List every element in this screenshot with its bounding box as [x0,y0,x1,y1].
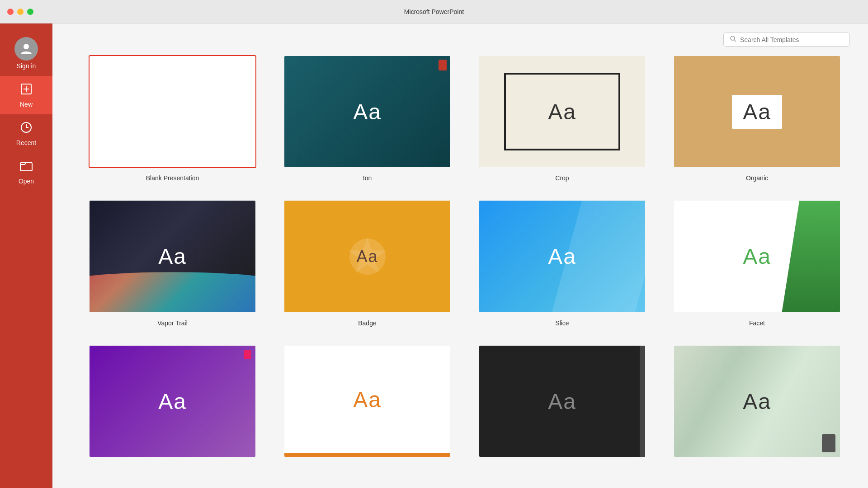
template-vapor-trail[interactable]: Aa Vapor Trail [89,200,256,326]
template-name-organic: Organic [746,174,768,182]
white-orange-aa-text: Aa [353,387,382,412]
search-bar [723,33,850,47]
purple-aa-text: Aa [158,389,187,414]
titlebar: Microsoft PowerPoint [0,0,868,23]
svg-line-7 [734,40,736,42]
template-name-blank: Blank Presentation [146,174,199,182]
open-label: Open [19,178,34,185]
search-input[interactable] [740,36,843,43]
template-thumb-badge: Aa [283,200,451,313]
close-button[interactable] [7,9,14,15]
new-icon [19,82,33,98]
sidebar-item-signin[interactable]: Sign in [14,31,38,76]
template-organic[interactable]: Aa Organic [673,55,841,182]
avatar [14,37,38,61]
template-badge[interactable]: Aa Badge [283,200,451,326]
template-dark[interactable]: Aa [478,345,646,458]
template-white-orange[interactable]: Aa [283,345,451,458]
sidebar-item-open[interactable]: Open [0,153,52,191]
template-name-ion: Ion [363,174,372,182]
template-nature[interactable]: Aa [673,345,841,458]
template-name-badge: Badge [358,319,376,327]
ion-aa-text: Aa [353,99,382,124]
facet-aa-text: Aa [743,244,771,269]
recent-icon [19,121,33,136]
template-thumb-white-orange: Aa [283,345,451,458]
template-thumb-organic: Aa [673,55,841,168]
template-thumb-blank [89,55,256,168]
dark-aa-text: Aa [548,389,576,414]
search-icon [730,36,736,43]
svg-rect-5 [20,163,32,171]
template-thumb-nature: Aa [673,345,841,458]
svg-point-6 [731,36,735,40]
template-facet[interactable]: Aa Facet [673,200,841,326]
template-ion[interactable]: Aa Ion [283,55,451,182]
content-area: Blank Presentation Aa Ion Aa [52,23,868,488]
sidebar-item-new[interactable]: New [0,76,52,114]
maximize-button[interactable] [27,9,33,15]
new-label: New [20,101,33,108]
main-layout: Sign in New Recent [0,23,868,488]
slice-aa-text: Aa [548,244,576,269]
nature-aa-text: Aa [743,389,771,414]
template-thumb-vapor: Aa [89,200,256,313]
sidebar-item-recent[interactable]: Recent [0,114,52,153]
badge-aa-text: Aa [356,247,378,266]
organic-aa-text: Aa [743,100,771,124]
template-name-crop: Crop [555,174,569,182]
template-name-vapor: Vapor Trail [157,319,188,327]
template-thumb-crop: Aa [478,55,646,168]
window-controls [7,9,33,15]
template-purple[interactable]: Aa [89,345,256,458]
template-thumb-dark: Aa [478,345,646,458]
search-bar-wrapper [723,33,850,47]
crop-aa-text: Aa [548,99,576,124]
window-title: Microsoft PowerPoint [404,8,464,15]
template-thumb-slice: Aa [478,200,646,313]
template-blank[interactable]: Blank Presentation [89,55,256,182]
open-icon [19,159,33,175]
svg-point-0 [24,44,29,49]
sidebar: Sign in New Recent [0,23,52,488]
recent-label: Recent [16,139,36,146]
minimize-button[interactable] [17,9,24,15]
template-thumb-ion: Aa [283,55,451,168]
templates-grid: Blank Presentation Aa Ion Aa [89,55,841,458]
template-name-slice: Slice [555,319,569,327]
template-crop[interactable]: Aa Crop [478,55,646,182]
template-thumb-purple: Aa [89,345,256,458]
template-slice[interactable]: Aa Slice [478,200,646,326]
signin-label: Sign in [17,62,36,70]
template-name-facet: Facet [749,319,765,327]
template-thumb-facet: Aa [673,200,841,313]
vapor-aa-text: Aa [158,244,187,269]
